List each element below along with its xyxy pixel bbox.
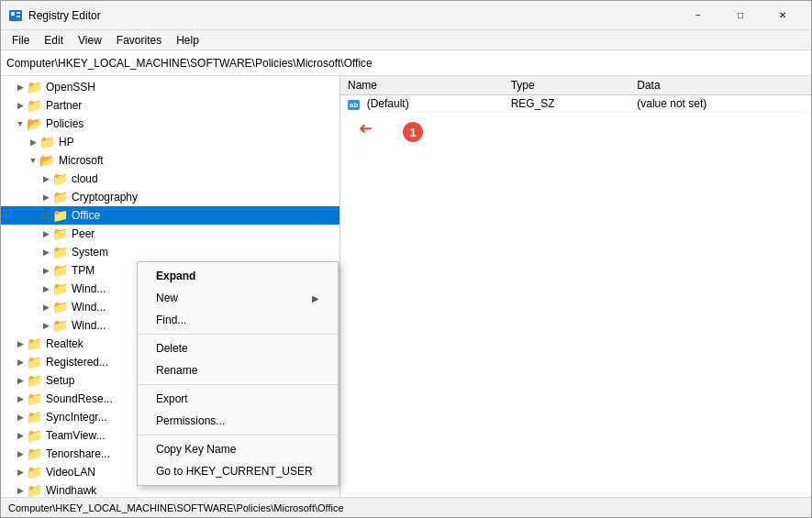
tree-label: Wind... (72, 301, 106, 314)
cell-type: REG_SZ (504, 95, 630, 113)
expand-arrow (39, 246, 52, 259)
tree-label: Peer (72, 227, 95, 240)
minimize-button[interactable]: − (677, 1, 719, 30)
tree-label: VideoLAN (46, 466, 95, 479)
col-data: Data (629, 76, 811, 95)
ctx-goto-hkcu[interactable]: Go to HKEY_CURRENT_USER (138, 460, 338, 482)
svg-rect-1 (11, 12, 15, 16)
tree-label: SyncIntegr... (46, 411, 107, 424)
folder-icon (52, 245, 68, 259)
folder-icon (52, 281, 68, 296)
tree-label: Wind... (72, 282, 106, 295)
close-button[interactable]: ✕ (762, 1, 804, 30)
tree-label: TeamView... (46, 429, 105, 442)
address-text: Computer\HKEY_LOCAL_MACHINE\SOFTWARE\Pol… (6, 57, 806, 70)
svg-rect-3 (17, 16, 20, 17)
ctx-delete[interactable]: Delete (138, 337, 338, 359)
folder-icon (27, 80, 42, 94)
window-controls: − □ ✕ (677, 1, 804, 30)
expand-arrow (39, 264, 52, 277)
ctx-separator-1 (138, 334, 338, 335)
expand-arrow (27, 154, 39, 167)
folder-icon (27, 465, 42, 479)
folder-icon (39, 135, 55, 149)
expand-arrow (39, 172, 52, 185)
submenu-arrow: ▶ (312, 293, 319, 303)
expand-arrow (39, 301, 52, 314)
expand-arrow (39, 282, 52, 295)
tree-label: Setup (46, 374, 74, 387)
app-icon (8, 8, 23, 23)
ctx-new[interactable]: New ▶ (138, 287, 338, 309)
maximize-button[interactable]: □ (719, 1, 762, 30)
expand-arrow (27, 136, 39, 149)
expand-arrow (14, 484, 27, 497)
annotation-badge-1: 1 (403, 122, 423, 142)
folder-icon (52, 208, 68, 223)
menu-bar: File Edit View Favorites Help (1, 30, 811, 50)
tree-label: SoundRese... (46, 392, 113, 405)
menu-edit[interactable]: Edit (37, 32, 71, 49)
expand-arrow (39, 191, 52, 204)
tree-item-system[interactable]: System (1, 243, 339, 261)
tree-label: Partner (46, 99, 82, 112)
tree-label: HP (59, 136, 74, 149)
tree-item-office[interactable]: Office (1, 206, 339, 225)
expand-arrow (39, 319, 52, 332)
menu-view[interactable]: View (71, 32, 109, 49)
folder-icon (27, 446, 42, 461)
main-content: OpenSSH Partner Policies HP (1, 76, 811, 497)
folder-icon (39, 153, 55, 168)
folder-icon (27, 428, 42, 443)
folder-icon (27, 355, 42, 369)
expand-arrow (14, 356, 27, 369)
ctx-find[interactable]: Find... (138, 309, 338, 331)
svg-rect-2 (17, 12, 20, 14)
tree-item-cryptography[interactable]: Cryptography (1, 188, 339, 206)
registry-table: Name Type Data ab (Default) REG_SZ (valu… (340, 76, 811, 113)
tree-item-hp[interactable]: HP (1, 133, 339, 151)
expand-arrow (14, 337, 27, 350)
registry-editor-window: Registry Editor − □ ✕ File Edit View Fav… (0, 0, 812, 518)
ctx-export[interactable]: Export (138, 388, 338, 410)
cell-name: ab (Default) (340, 95, 504, 113)
tree-label: Tenorshare... (46, 447, 110, 460)
tree-label: Cryptography (72, 191, 138, 204)
folder-icon (52, 318, 68, 333)
context-menu: Expand New ▶ Find... Delete Rename Expor… (137, 261, 339, 486)
col-type: Type (504, 76, 630, 95)
tree-item-microsoft[interactable]: Microsoft (1, 151, 339, 170)
folder-icon (52, 226, 68, 241)
tree-label: Windhawk (46, 484, 96, 497)
menu-favorites[interactable]: Favorites (109, 32, 169, 49)
expand-arrow (14, 447, 27, 460)
tree-item-openssh[interactable]: OpenSSH (1, 78, 339, 96)
ctx-permissions[interactable]: Permissions... (138, 410, 338, 432)
ctx-expand[interactable]: Expand (138, 265, 338, 287)
menu-help[interactable]: Help (169, 32, 206, 49)
expand-arrow (14, 411, 27, 424)
ctx-separator-3 (138, 435, 338, 435)
cell-name-text: (Default) (367, 97, 409, 110)
ab-icon: ab (348, 100, 360, 110)
cell-data: (value not set) (629, 95, 811, 113)
tree-label: cloud (72, 172, 98, 185)
folder-icon (52, 300, 68, 314)
tree-label: Microsoft (59, 154, 104, 167)
expand-arrow (14, 99, 27, 112)
folder-icon (27, 336, 42, 351)
tree-item-cloud[interactable]: cloud (1, 170, 339, 188)
menu-file[interactable]: File (5, 32, 37, 49)
tree-label: Policies (46, 117, 83, 130)
expand-arrow (14, 429, 27, 442)
tree-label: Realtek (46, 337, 83, 350)
expand-arrow (14, 374, 27, 387)
tree-item-partner[interactable]: Partner (1, 96, 339, 115)
ctx-copy-key-name[interactable]: Copy Key Name (138, 438, 338, 460)
tree-label: TPM (72, 264, 95, 277)
ctx-rename[interactable]: Rename (138, 359, 338, 381)
table-row[interactable]: ab (Default) REG_SZ (value not set) (340, 95, 811, 113)
folder-icon (27, 116, 42, 131)
tree-item-policies[interactable]: Policies (1, 115, 339, 133)
tree-item-peer[interactable]: Peer (1, 225, 339, 243)
